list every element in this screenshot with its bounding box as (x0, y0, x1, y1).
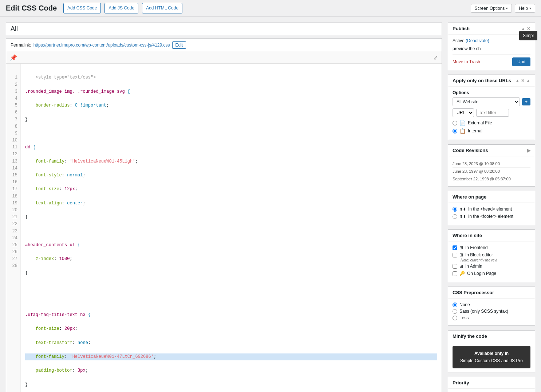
none-radio[interactable] (453, 303, 457, 307)
url-select[interactable]: All Website (453, 97, 520, 106)
editor-toolbar: 📌 ⤢ (6, 52, 442, 64)
code-content[interactable]: <style type="text/css"> .rounded_image i… (21, 64, 442, 392)
text-filter-input[interactable] (476, 109, 509, 117)
line-num-26: 26 (9, 249, 17, 256)
top-bar: Edit CSS Code Add CSS Code Add JS Code A… (0, 0, 541, 17)
where-in-site-box: Where in site ⊞ In Frontend ⊞ In Block e… (448, 229, 535, 282)
revision-item-2[interactable]: June 28, 1997 @ 08:20:00 (453, 168, 530, 175)
minify-available-text: Available only in (457, 350, 526, 357)
status-active-text: Active (Deactivate) (453, 38, 489, 43)
frontend-checkbox[interactable] (453, 245, 457, 250)
grid-icon: ⊞ (459, 245, 463, 250)
code-line-2: border-radius: 0 !important; (25, 102, 437, 109)
pin-icon: 📌 (10, 54, 17, 61)
revision-date-2: June 28, 1997 @ 08:20:00 (453, 169, 500, 173)
permalink-bar: Permalink: https://partner.imupro.com/wp… (6, 38, 442, 52)
screen-options-button[interactable]: Screen Options ▾ (471, 4, 512, 13)
code-revisions-title: Code Revisions (453, 148, 488, 153)
login-checkbox[interactable] (453, 271, 457, 276)
line-num-27: 27 (9, 256, 17, 263)
tooltip-overlay: Simpl (519, 31, 537, 40)
line-num-7: 7 (9, 116, 17, 123)
editor-panel: All Permalink: https://partner.imupro.co… (6, 23, 442, 392)
revisions-toggle-icon[interactable]: ▶ (527, 148, 530, 153)
minify-product-text: Simple Custom CSS and JS Pro (457, 357, 526, 364)
collapse-icon[interactable]: ▲ (521, 26, 525, 31)
help-button[interactable]: Help ▾ (515, 4, 535, 13)
block-editor-option: ⊞ In Block editor (453, 252, 530, 257)
minify-box: Minify the code Available only in Simple… (448, 330, 535, 372)
none-option: None (453, 302, 530, 307)
edit-permalink-button[interactable]: Edit (172, 41, 186, 49)
external-file-icon: 📄 (459, 120, 466, 126)
revision-item-3[interactable]: September 22, 1998 @ 05:37:00 (453, 175, 530, 183)
top-bar-left: Edit CSS Code Add CSS Code Add JS Code A… (6, 3, 182, 13)
update-button[interactable]: Upd (512, 57, 530, 66)
code-line-style-open: <style type="text/css"> (25, 74, 437, 81)
expand-icon[interactable]: ⤢ (433, 54, 438, 61)
apply-collapse-icon[interactable]: ▲ (526, 78, 530, 83)
less-radio[interactable] (453, 316, 457, 320)
priority-body: 5 (448, 389, 535, 392)
code-line-8: font-size: 12px; (25, 186, 437, 193)
line-num-23: 23 (9, 228, 17, 235)
add-js-code-button[interactable]: Add JS Code (104, 3, 138, 13)
external-file-label: External File (468, 120, 492, 125)
where-on-page-header: Where on page (448, 191, 535, 203)
deactivate-link[interactable]: (Deactivate) (466, 38, 489, 43)
minify-body: Available only in Simple Custom CSS and … (448, 342, 535, 372)
add-html-code-button[interactable]: Add HTML Code (142, 3, 182, 13)
revision-item-1[interactable]: June 28, 2023 @ 10:08:00 (453, 160, 530, 168)
external-file-radio[interactable] (453, 121, 457, 125)
where-on-page-body: ⬆⬇ In the <head> element ⬆⬇ In the <foot… (448, 203, 535, 225)
line-num-12: 12 (9, 151, 17, 158)
head-element-label: In the <head> element (468, 207, 512, 212)
close-icon[interactable]: ✕ (527, 26, 530, 31)
line-num-3: 3 (9, 88, 17, 95)
status-row: Active (Deactivate) (453, 38, 530, 43)
status-value: Active (453, 38, 465, 43)
line-num-21: 21 (9, 214, 17, 221)
none-label: None (459, 302, 470, 307)
page-title: Edit CSS Code (6, 4, 57, 12)
login-label: On Login Page (467, 271, 496, 276)
all-title: All (6, 23, 442, 35)
admin-label: In Admin (465, 264, 482, 269)
line-num-28: 28 (9, 263, 17, 269)
line-num-15: 15 (9, 172, 17, 179)
footer-element-label: In the <footer> element (468, 214, 513, 219)
admin-checkbox[interactable] (453, 264, 457, 269)
code-line-4 (25, 130, 437, 137)
tooltip-text: Simpl (523, 33, 534, 38)
less-label: Less (459, 315, 469, 320)
head-element-radio[interactable] (453, 207, 457, 212)
code-revisions-actions: ▶ (527, 148, 530, 153)
line-num-9: 9 (9, 130, 17, 137)
line-num-24: 24 (9, 235, 17, 242)
permalink-url[interactable]: https://partner.imupro.com/wp-content/up… (33, 43, 170, 48)
apply-x-icon[interactable]: ✕ (521, 78, 525, 83)
code-line-9: text-align: center; (25, 200, 437, 207)
add-css-code-button[interactable]: Add CSS Code (63, 3, 101, 13)
line-num-11: 11 (9, 144, 17, 151)
url-add-button[interactable]: + (522, 98, 530, 105)
move-to-trash-link[interactable]: Move to Trash (453, 59, 480, 64)
code-line-18: font-size: 20px; (25, 325, 437, 332)
where-in-site-header: Where in site (448, 230, 535, 241)
sass-radio[interactable] (453, 309, 457, 314)
css-preprocessor-header: CSS Preprocessor (448, 287, 535, 299)
sass-label: Sass (only SCSS syntax) (459, 309, 508, 314)
revision-date-1: June 28, 2023 @ 10:08:00 (453, 161, 500, 166)
block-editor-checkbox[interactable] (453, 253, 457, 257)
linking-type-select[interactable]: URL (453, 108, 474, 117)
head-arrows-icon: ⬆⬇ (459, 207, 466, 212)
line-num-style-open (9, 67, 17, 74)
footer-element-option: ⬆⬇ In the <footer> element (453, 214, 530, 219)
priority-box: Priority 5 (448, 377, 535, 392)
line-num-5: 5 (9, 102, 17, 109)
apply-up-icon[interactable]: ▲ (515, 78, 520, 83)
line-num-14: 14 (9, 165, 17, 172)
frontend-option: ⊞ In Frontend (453, 245, 530, 250)
internal-radio[interactable] (453, 129, 457, 133)
footer-element-radio[interactable] (453, 214, 457, 219)
